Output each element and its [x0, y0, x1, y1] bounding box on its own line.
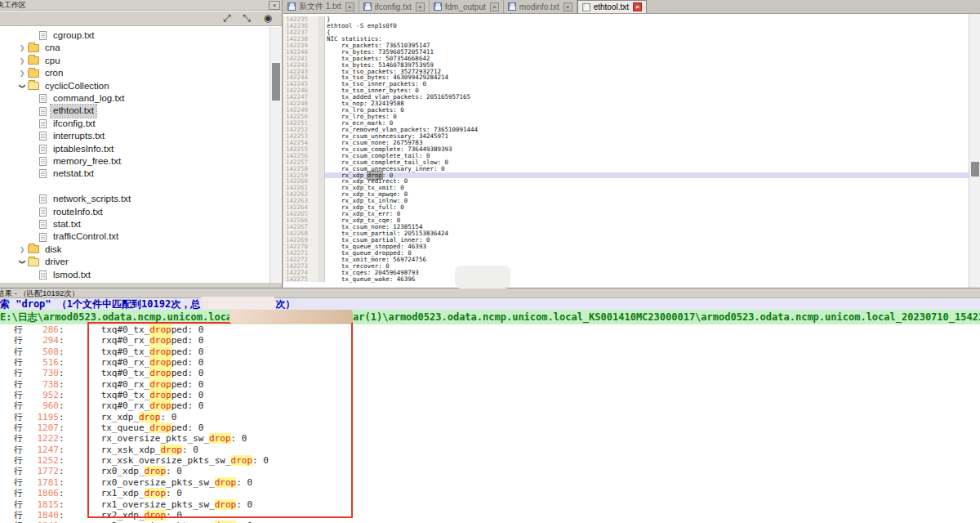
tab-close-icon[interactable]: × — [345, 2, 354, 11]
tree-item-label: memory_free.txt — [51, 155, 123, 168]
editor-line-text: tx_recover: 0 — [325, 263, 969, 270]
tab-modinfo-txt[interactable]: modinfo.txt× — [504, 0, 577, 13]
result-row[interactable]: 行294:rxq#0_rx_dropped: 0 — [0, 335, 980, 346]
tree-item-cron[interactable]: ❯cron — [0, 67, 270, 79]
tree-item-interrupts-txt[interactable]: interrupts.txt — [0, 130, 270, 142]
tree-item-trafficcontrol-txt[interactable]: trafficControl.txt — [0, 230, 270, 243]
result-row-line-number: 1815 — [23, 499, 59, 510]
editor-line-text: rx_lro_bytes: 0 — [325, 114, 969, 120]
result-row[interactable]: 行1195:rx_xdp_drop: 0 — [0, 412, 980, 422]
editor-line-text: tx_queue_stopped: 46393 — [325, 244, 969, 250]
tab-close-icon[interactable]: × — [564, 2, 572, 11]
result-row[interactable]: 行1806:rx1_xdp_drop: 0 — [0, 488, 980, 498]
tree-item-label: trafficControl.txt — [51, 230, 121, 243]
result-row[interactable]: 行1207:tx_queue_dropped: 0 — [0, 422, 980, 433]
result-row-line-number: 508 — [23, 346, 59, 357]
result-row[interactable]: 行952:txq#0_tx_dropped: 0 — [0, 390, 980, 400]
tab-ifconfig-txt[interactable]: ifconfig.txt× — [359, 0, 430, 13]
match-highlight: drop — [139, 412, 161, 422]
editor-fold-margin — [319, 244, 325, 250]
result-row[interactable]: 行1781:rx0_oversize_pkts_sw_drop: 0 — [0, 477, 980, 488]
result-row-line-label: 行 — [14, 390, 23, 400]
tree-item-cpu[interactable]: ❯cpu — [0, 55, 270, 67]
editor-fold-margin — [319, 62, 325, 69]
result-row[interactable]: 行1247:rx_xsk_xdp_drop: 0 — [0, 445, 980, 455]
editor-line-number: 142275 — [283, 276, 319, 283]
file-icon — [39, 107, 47, 116]
chevron-collapsed-icon[interactable]: ❯ — [18, 42, 26, 54]
workspace-close-icon[interactable]: × — [269, 1, 280, 10]
tree-item-cycliccollection[interactable]: ❯cyclicCollection — [0, 80, 270, 92]
result-row-line-number: 738 — [23, 379, 59, 390]
tab-close-icon[interactable]: × — [633, 2, 642, 11]
tree-item-disk[interactable]: ❯disk — [0, 244, 270, 256]
tree-item-routeinfo-txt[interactable]: routeInfo.txt — [0, 206, 270, 218]
tree-item-iptablesinfo-txt[interactable]: iptablesInfo.txt — [0, 143, 270, 155]
tab--1-txt[interactable]: 新文件 1.txt× — [283, 0, 359, 13]
result-row[interactable]: 行1772:rx0_xdp_drop: 0 — [0, 466, 980, 476]
match-highlight: drop — [149, 390, 172, 400]
match-pre: rx2_xdp_ — [101, 510, 145, 521]
expand-all-icon[interactable]: ⤢ — [220, 12, 234, 25]
result-row[interactable]: 行738:rxq#0_rx_dropped: 0 — [0, 379, 980, 390]
result-row[interactable]: 行960:rxq#0_rx_dropped: 0 — [0, 400, 980, 411]
result-row-colon: : — [59, 466, 65, 476]
result-row[interactable]: 行508:txq#0_tx_dropped: 0 — [0, 346, 980, 357]
tree-item-cna[interactable]: ❯cna — [0, 42, 270, 54]
tree-item-label: cna — [42, 42, 63, 54]
file-icon — [39, 145, 47, 154]
tree-scrollbar[interactable] — [270, 27, 281, 283]
tree-item-ifconfig-txt[interactable]: ifconfig.txt — [0, 118, 270, 130]
chevron-expanded-icon[interactable]: ❯ — [16, 258, 28, 266]
tab-close-icon[interactable]: × — [490, 2, 499, 11]
tree-item-network-scripts-txt[interactable]: network_scripts.txt — [0, 193, 270, 205]
result-row[interactable]: 行1252:rx_xsk_oversize_pkts_sw_drop: 0 — [0, 455, 980, 466]
tree-item-cgroup-txt[interactable]: cgroup.txt — [0, 29, 270, 42]
result-file-path[interactable]: E:\日志\armod0523.odata.ncmp.unicom.locaar… — [0, 310, 980, 324]
result-row[interactable]: 行1815:rx1_oversize_pkts_sw_drop: 0 — [0, 499, 980, 510]
collapse-all-icon[interactable]: ⤡ — [239, 12, 254, 25]
tree-item-driver[interactable]: ❯driver — [0, 256, 270, 268]
result-row-colon: : — [59, 455, 65, 466]
result-row[interactable]: 行730:txq#0_tx_dropped: 0 — [0, 368, 980, 378]
chevron-collapsed-icon[interactable]: ❯ — [18, 244, 26, 256]
match-post: ped: 0 — [172, 357, 204, 368]
tree-item-memory-free-txt[interactable]: memory_free.txt — [0, 155, 270, 168]
tree-item-stat-txt[interactable]: stat.txt — [0, 218, 270, 230]
tab-fdm-output[interactable]: fdm_output× — [430, 0, 504, 13]
chevron-collapsed-icon[interactable]: ❯ — [18, 55, 26, 67]
tree-item-netstat-txt[interactable]: netstat.txt — [0, 168, 270, 180]
tree-item-command-log-txt[interactable]: command_log.txt — [0, 92, 270, 105]
floppy-disk-icon — [363, 2, 372, 11]
result-row-colon: : — [59, 390, 65, 400]
match-post: : 0 — [166, 466, 182, 476]
result-row-colon: : — [59, 412, 65, 422]
result-row[interactable]: 行1840:rx2_xdp_drop: 0 — [0, 510, 980, 521]
editor-line: 142236ethtool -S enp1s0f0 — [283, 23, 969, 29]
result-row[interactable]: 行286:txq#0_tx_dropped: 0 — [0, 324, 980, 335]
tree-item-ethtool-txt[interactable]: ethtool.txt — [0, 105, 270, 117]
editor-scrollbar[interactable] — [969, 14, 980, 288]
editor-fold-margin — [319, 74, 325, 81]
tree-item-lsmod-txt[interactable]: lsmod.txt — [0, 269, 270, 281]
match-highlight: drop — [149, 335, 172, 346]
result-row[interactable]: 行516:rxq#0_rx_dropped: 0 — [0, 357, 980, 368]
match-post: : 0 — [231, 433, 247, 444]
match-post: : 0 — [182, 445, 198, 455]
editor-line-text: rx_xdp_tx_mpwqe: 0 — [325, 191, 969, 198]
editor-scrollbar-thumb[interactable] — [971, 162, 979, 177]
locate-file-icon[interactable]: ◉ — [261, 12, 275, 25]
chevron-expanded-icon[interactable]: ❯ — [16, 82, 28, 90]
tab-close-icon[interactable]: × — [416, 2, 425, 11]
match-highlight: drop — [149, 379, 172, 390]
editor-body[interactable]: 142235}142236ethtool -S enp1s0f0142237{1… — [283, 14, 969, 288]
chevron-collapsed-icon[interactable]: ❯ — [18, 67, 26, 79]
editor-line-text: rx_xdp_tx_full: 0 — [325, 204, 969, 211]
result-row-line-label: 行 — [14, 433, 23, 444]
editor-fold-margin — [319, 42, 325, 49]
tab-ethtool-txt[interactable]: ethtool.txt× — [577, 0, 647, 13]
editor-line-text: tx_tso_inner_packets: 0 — [325, 81, 969, 87]
tree-scrollbar-thumb[interactable] — [272, 63, 280, 101]
result-row-line-label: 行 — [14, 412, 23, 422]
result-row[interactable]: 行1222:rx_oversize_pkts_sw_drop: 0 — [0, 433, 980, 444]
